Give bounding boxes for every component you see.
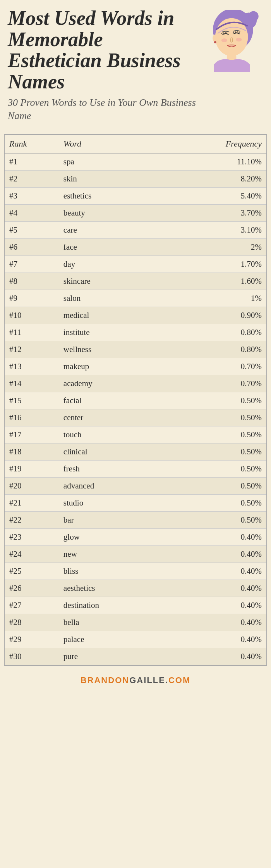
rank-cell: #27 xyxy=(5,597,59,614)
table-row: #15facial0.50% xyxy=(5,392,266,409)
table-row: #6face2% xyxy=(5,238,266,255)
table-row: #23glow0.40% xyxy=(5,528,266,545)
rank-cell: #18 xyxy=(5,443,59,460)
word-cell: makeup xyxy=(59,358,176,375)
svg-line-10 xyxy=(237,31,237,33)
word-cell: glow xyxy=(59,528,176,545)
table-row: #28bella0.40% xyxy=(5,614,266,631)
table-row: #4beauty3.70% xyxy=(5,204,266,221)
rank-cell: #5 xyxy=(5,221,59,238)
frequency-cell: 0.40% xyxy=(176,648,266,665)
table-container: Rank Word Frequency #1spa11.10%#2skin8.2… xyxy=(4,134,267,666)
header-illustration xyxy=(201,8,263,72)
word-cell: care xyxy=(59,221,176,238)
frequency-cell: 0.50% xyxy=(176,409,266,426)
rank-cell: #16 xyxy=(5,409,59,426)
page-wrapper: Most Used Words in Memorable Esthetician… xyxy=(0,0,271,691)
table-row: #12wellness0.80% xyxy=(5,341,266,358)
word-cell: beauty xyxy=(59,204,176,221)
word-cell: salon xyxy=(59,290,176,307)
table-row: #11institute0.80% xyxy=(5,324,266,341)
frequency-cell: 0.40% xyxy=(176,631,266,648)
frequency-cell: 3.10% xyxy=(176,221,266,238)
table-row: #16center0.50% xyxy=(5,409,266,426)
frequency-cell: 0.50% xyxy=(176,460,266,477)
frequency-cell: 1.60% xyxy=(176,273,266,290)
word-cell: face xyxy=(59,238,176,255)
esthetician-illustration xyxy=(205,10,259,72)
table-row: #9salon1% xyxy=(5,290,266,307)
rank-header: Rank xyxy=(5,135,59,153)
word-cell: skincare xyxy=(59,273,176,290)
word-cell: institute xyxy=(59,324,176,341)
table-row: #5care3.10% xyxy=(5,221,266,238)
word-cell: center xyxy=(59,409,176,426)
table-header-row: Rank Word Frequency xyxy=(5,135,266,153)
rank-cell: #4 xyxy=(5,204,59,221)
table-row: #29palace0.40% xyxy=(5,631,266,648)
frequency-cell: 0.50% xyxy=(176,392,266,409)
rank-cell: #22 xyxy=(5,511,59,528)
word-cell: advanced xyxy=(59,477,176,494)
main-title: Most Used Words in Memorable Esthetician… xyxy=(8,8,201,92)
frequency-cell: 0.50% xyxy=(176,477,266,494)
rank-cell: #23 xyxy=(5,528,59,545)
table-row: #20advanced0.50% xyxy=(5,477,266,494)
word-cell: facial xyxy=(59,392,176,409)
frequency-cell: 0.70% xyxy=(176,375,266,392)
frequency-cell: 0.50% xyxy=(176,443,266,460)
frequency-cell: 0.70% xyxy=(176,358,266,375)
rank-cell: #25 xyxy=(5,563,59,580)
rank-cell: #20 xyxy=(5,477,59,494)
frequency-cell: 0.50% xyxy=(176,511,266,528)
frequency-cell: 5.40% xyxy=(176,187,266,204)
frequency-cell: 0.80% xyxy=(176,341,266,358)
table-row: #27destination0.40% xyxy=(5,597,266,614)
frequency-cell: 0.40% xyxy=(176,597,266,614)
frequency-cell: 1.70% xyxy=(176,255,266,273)
rank-cell: #1 xyxy=(5,153,59,171)
word-cell: destination xyxy=(59,597,176,614)
frequency-cell: 0.40% xyxy=(176,614,266,631)
footer-brand: BRANDONGAILLE.COM xyxy=(81,675,191,685)
rank-cell: #6 xyxy=(5,238,59,255)
table-row: #14academy0.70% xyxy=(5,375,266,392)
rank-cell: #21 xyxy=(5,494,59,511)
frequency-cell: 11.10% xyxy=(176,153,266,171)
table-row: #18clinical0.50% xyxy=(5,443,266,460)
rank-cell: #30 xyxy=(5,648,59,665)
frequency-cell: 1% xyxy=(176,290,266,307)
svg-line-9 xyxy=(235,31,236,33)
svg-point-2 xyxy=(248,11,258,21)
word-cell: aesthetics xyxy=(59,580,176,597)
rank-cell: #12 xyxy=(5,341,59,358)
table-row: #24new0.40% xyxy=(5,545,266,563)
frequency-cell: 0.80% xyxy=(176,324,266,341)
frequency-cell: 0.40% xyxy=(176,580,266,597)
rank-cell: #17 xyxy=(5,426,59,443)
table-row: #8skincare1.60% xyxy=(5,273,266,290)
rank-cell: #29 xyxy=(5,631,59,648)
rank-cell: #9 xyxy=(5,290,59,307)
table-row: #7day1.70% xyxy=(5,255,266,273)
rank-cell: #11 xyxy=(5,324,59,341)
table-row: #21studio0.50% xyxy=(5,494,266,511)
rank-cell: #19 xyxy=(5,460,59,477)
frequency-cell: 0.50% xyxy=(176,426,266,443)
word-cell: esthetics xyxy=(59,187,176,204)
word-cell: academy xyxy=(59,375,176,392)
frequency-cell: 0.90% xyxy=(176,307,266,324)
footer-gaille: GAILLE xyxy=(129,675,165,685)
frequency-cell: 2% xyxy=(176,238,266,255)
frequency-cell: 3.70% xyxy=(176,204,266,221)
word-cell: touch xyxy=(59,426,176,443)
frequency-cell: 8.20% xyxy=(176,170,266,187)
rank-cell: #26 xyxy=(5,580,59,597)
frequency-cell: 0.50% xyxy=(176,494,266,511)
word-cell: fresh xyxy=(59,460,176,477)
frequency-cell: 0.40% xyxy=(176,528,266,545)
rank-cell: #2 xyxy=(5,170,59,187)
rank-cell: #28 xyxy=(5,614,59,631)
header-section: Most Used Words in Memorable Esthetician… xyxy=(0,0,271,126)
rank-cell: #7 xyxy=(5,255,59,273)
